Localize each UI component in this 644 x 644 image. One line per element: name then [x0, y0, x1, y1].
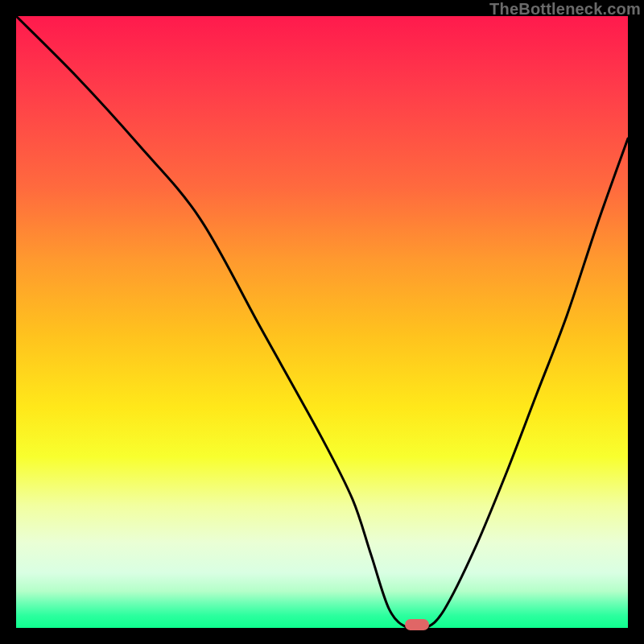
- plot-area: [16, 16, 628, 628]
- current-config-marker: [405, 619, 429, 630]
- bottleneck-curve: [16, 16, 628, 628]
- chart-frame: TheBottleneck.com: [0, 0, 644, 644]
